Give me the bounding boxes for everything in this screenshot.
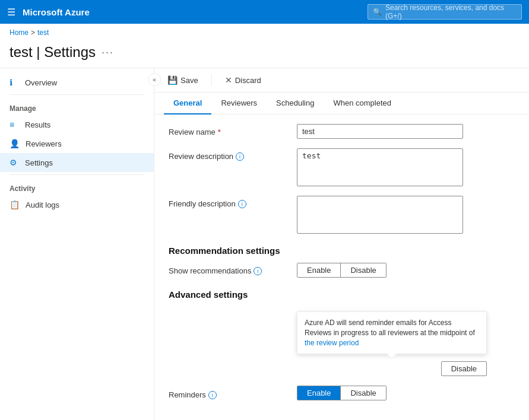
review-description-input[interactable]: test — [297, 148, 463, 186]
breadcrumb-home[interactable]: Home — [9, 28, 28, 37]
tab-general[interactable]: General — [164, 93, 211, 114]
sidebar-item-overview[interactable]: ℹ Overview — [0, 73, 154, 92]
advanced-settings-heading: Advanced settings — [169, 289, 515, 300]
hamburger-icon[interactable]: ☰ — [7, 7, 15, 18]
sidebar-item-reviewers[interactable]: 👤 Reviewers — [0, 134, 154, 153]
show-recommendations-info-icon[interactable]: i — [254, 267, 262, 275]
friendly-description-info-icon[interactable]: i — [238, 200, 246, 208]
show-recommendations-row: Show recommendations i Enable Disable — [169, 263, 515, 278]
toolbar-divider — [211, 74, 212, 86]
page-header: test | Settings ··· — [0, 42, 529, 68]
sidebar-collapse-button[interactable]: « — [148, 73, 161, 86]
audit-logs-icon: 📋 — [9, 200, 20, 209]
review-name-row: Review name * — [169, 124, 515, 139]
topbar: ☰ Microsoft Azure 🔍 Search resources, se… — [0, 0, 529, 24]
search-icon: 🔍 — [373, 8, 382, 16]
save-button[interactable]: 💾 Save — [164, 73, 202, 87]
more-options-button[interactable]: ··· — [102, 46, 114, 59]
sidebar-reviewers-label: Reviewers — [26, 139, 62, 148]
sidebar-item-settings[interactable]: ⚙ Settings — [0, 153, 154, 172]
sidebar-settings-label: Settings — [25, 158, 53, 167]
show-recommendations-enable-button[interactable]: Enable — [297, 263, 340, 277]
sidebar-overview-label: Overview — [25, 78, 57, 87]
sidebar-divider-1 — [9, 94, 144, 95]
search-placeholder: Search resources, services, and docs (G+… — [385, 4, 517, 20]
reviewers-icon: 👤 — [9, 139, 20, 148]
sidebar: « ℹ Overview Manage ≡ Results 👤 Reviewer… — [0, 68, 154, 420]
tooltip-callout: Azure AD will send reminder emails for A… — [297, 311, 487, 354]
required-star: * — [218, 128, 221, 136]
sidebar-item-results[interactable]: ≡ Results — [0, 115, 154, 134]
tab-when-completed[interactable]: When completed — [324, 93, 401, 114]
reminders-enable-button[interactable]: Enable — [297, 386, 340, 400]
discard-button[interactable]: ✕ Discard — [221, 73, 265, 87]
sidebar-activity-section: Activity — [0, 177, 154, 195]
sidebar-manage-section: Manage — [0, 97, 154, 115]
page-title: test | Settings — [9, 44, 96, 61]
review-name-input[interactable] — [297, 124, 463, 139]
tab-scheduling[interactable]: Scheduling — [267, 93, 324, 114]
review-description-row: Review description i test — [169, 148, 515, 186]
breadcrumb-sep1: > — [31, 28, 35, 37]
sidebar-divider-2 — [9, 174, 144, 175]
show-recommendations-disable-button[interactable]: Disable — [340, 263, 385, 277]
breadcrumb-section[interactable]: test — [37, 28, 49, 37]
reminders-toggle: Enable Disable — [297, 386, 387, 400]
reminders-label: Reminders i — [169, 387, 287, 399]
recommendation-settings-heading: Recommendation settings — [169, 246, 515, 256]
advanced-disable-button[interactable]: Disable — [441, 361, 487, 376]
main-layout: « ℹ Overview Manage ≡ Results 👤 Reviewer… — [0, 68, 529, 420]
breadcrumb: Home > test — [0, 24, 529, 42]
sidebar-audit-logs-label: Audit logs — [26, 201, 59, 209]
tooltip-area: Azure AD will send reminder emails for A… — [169, 307, 515, 376]
tooltip-link[interactable]: the review period — [305, 339, 359, 347]
reminders-row: Reminders i Enable Disable — [169, 386, 515, 400]
friendly-description-row: Friendly description i — [169, 196, 515, 234]
review-description-info-icon[interactable]: i — [236, 152, 244, 161]
tabs: General Reviewers Scheduling When comple… — [154, 93, 529, 114]
reminders-disable-button[interactable]: Disable — [340, 386, 385, 400]
toolbar: 💾 Save ✕ Discard — [154, 68, 529, 93]
show-recommendations-toggle: Enable Disable — [297, 263, 387, 278]
tooltip-text-before: Azure AD will send reminder emails for A… — [305, 319, 475, 337]
sidebar-results-label: Results — [25, 120, 50, 129]
friendly-description-label: Friendly description i — [169, 196, 287, 208]
friendly-description-input[interactable] — [297, 196, 463, 234]
save-icon: 💾 — [167, 75, 178, 85]
tab-reviewers[interactable]: Reviewers — [211, 93, 267, 114]
reminders-info-icon[interactable]: i — [208, 391, 217, 399]
settings-icon: ⚙ — [9, 158, 19, 167]
info-icon: ℹ — [9, 78, 19, 87]
review-description-label: Review description i — [169, 148, 287, 161]
show-recommendations-label: Show recommendations i — [169, 263, 287, 275]
discard-label: Discard — [235, 76, 261, 85]
results-icon: ≡ — [9, 120, 19, 129]
discard-icon: ✕ — [225, 75, 232, 85]
sidebar-item-audit-logs[interactable]: 📋 Audit logs — [0, 195, 154, 214]
page-container: Home > test test | Settings ··· « ℹ Over… — [0, 24, 529, 420]
review-name-label: Review name * — [169, 124, 287, 136]
search-bar[interactable]: 🔍 Search resources, services, and docs (… — [368, 4, 522, 20]
form-content: Review name * Review description i test — [154, 114, 529, 419]
app-title: Microsoft Azure — [23, 7, 360, 17]
content-area: 💾 Save ✕ Discard General Reviewers Sched… — [154, 68, 529, 420]
save-label: Save — [180, 76, 198, 85]
